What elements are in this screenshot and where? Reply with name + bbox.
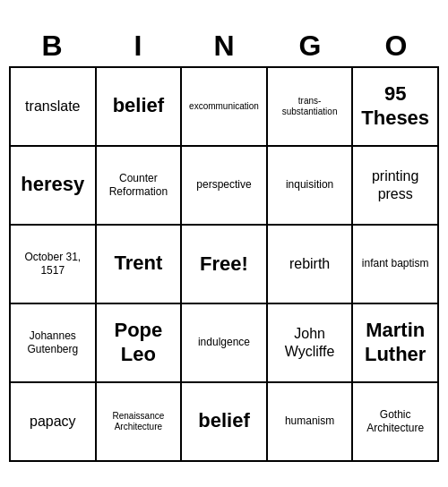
header-letter: I <box>95 26 181 66</box>
bingo-cell: Pope Leo <box>97 304 183 383</box>
cell-text: Martin Luther <box>357 319 434 366</box>
bingo-cell: Gothic Architecture <box>353 383 439 462</box>
cell-text: heresy <box>21 173 84 196</box>
cell-text: Trent <box>114 252 162 275</box>
bingo-cell: rebirth <box>268 226 354 304</box>
cell-text: October 31, 1517 <box>14 251 91 277</box>
cell-text: Counter Reformation <box>100 172 177 198</box>
bingo-cell: Renaissance Architecture <box>97 383 183 462</box>
cell-text: 95 Theses <box>357 82 434 130</box>
cell-text: humanism <box>285 414 334 427</box>
bingo-cell: 95 Theses <box>353 68 439 147</box>
cell-text: papacy <box>30 413 76 430</box>
header-letter: B <box>9 26 95 66</box>
bingo-grid: translatebeliefexcommunicationtrans-subs… <box>9 66 439 462</box>
bingo-cell: John Wycliffe <box>268 304 354 383</box>
bingo-cell: Free! <box>182 226 268 304</box>
bingo-cell: belief <box>97 68 183 147</box>
bingo-cell: humanism <box>268 383 354 462</box>
bingo-cell: belief <box>182 383 268 462</box>
bingo-cell: heresy <box>11 147 97 226</box>
cell-text: belief <box>198 409 249 432</box>
bingo-cell: Counter Reformation <box>97 147 183 226</box>
cell-text: belief <box>113 94 164 117</box>
cell-text: excommunication <box>189 101 259 112</box>
cell-text: inquisition <box>286 178 333 191</box>
bingo-cell: infant baptism <box>353 226 439 304</box>
cell-text: translate <box>25 98 80 115</box>
cell-text: John Wycliffe <box>271 325 349 359</box>
cell-text: infant baptism <box>362 257 429 269</box>
cell-text: trans-substantiation <box>271 96 349 117</box>
header-letter: N <box>181 26 267 66</box>
cell-text: indulgence <box>198 336 250 348</box>
cell-text: rebirth <box>289 255 330 272</box>
cell-text: Renaissance Architecture <box>100 411 177 432</box>
bingo-cell: Johannes Gutenberg <box>11 304 97 383</box>
cell-text: perspective <box>196 178 251 191</box>
bingo-header: BINGO <box>9 26 439 66</box>
bingo-cell: translate <box>11 68 97 147</box>
bingo-cell: trans-substantiation <box>268 68 354 147</box>
bingo-cell: Martin Luther <box>353 304 439 383</box>
bingo-cell: Trent <box>97 226 183 304</box>
bingo-cell: printing press <box>353 147 439 226</box>
bingo-card: BINGO translatebeliefexcommunicationtran… <box>9 26 439 462</box>
cell-text: printing press <box>357 167 434 201</box>
bingo-cell: excommunication <box>182 68 268 147</box>
cell-text: Pope Leo <box>100 319 177 366</box>
bingo-cell: October 31, 1517 <box>11 226 97 304</box>
bingo-cell: perspective <box>182 147 268 226</box>
cell-text: Gothic Architecture <box>357 408 434 434</box>
cell-text: Free! <box>200 252 248 276</box>
bingo-cell: inquisition <box>268 147 354 226</box>
header-letter: O <box>353 26 439 66</box>
bingo-cell: papacy <box>11 383 97 462</box>
bingo-cell: indulgence <box>182 304 268 383</box>
header-letter: G <box>267 26 353 66</box>
cell-text: Johannes Gutenberg <box>14 329 91 355</box>
